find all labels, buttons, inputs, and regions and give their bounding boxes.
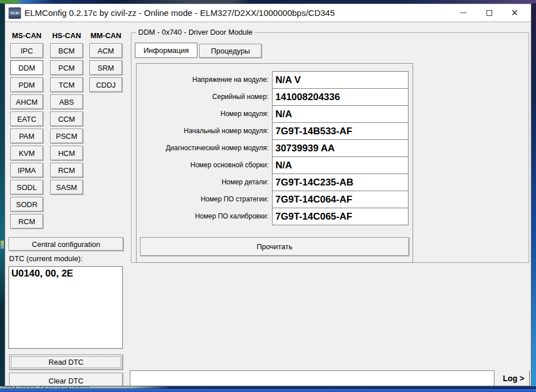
module-button-ccm[interactable]: CCM [50,112,83,126]
module-button-rcm-hs[interactable]: RCM [50,163,83,178]
field-value-initial-number[interactable]: 7G9T-14B533-AF [272,122,409,140]
dtc-label: DTC (current module): [9,254,83,263]
module-button-abs[interactable]: ABS [50,94,83,109]
header-mm-can: MM-CAN [89,31,122,40]
module-button-hcm[interactable]: HCM [50,146,83,160]
taskbar-edge [0,389,536,392]
field-label-voltage: Напряжение на модуле: [137,71,269,88]
header-ms-can: MS-CAN [10,31,43,40]
groupbox-title: DDM - 0x740 - Driver Door Module [136,28,255,36]
module-groupbox: DDM - 0x740 - Driver Door Module Информа… [131,32,529,263]
module-button-kvm[interactable]: KVM [10,146,43,160]
client-area: MS-CAN HS-CAN MM-CAN IPC DDM PDM AHCM EA… [5,22,531,386]
module-button-eatc[interactable]: EATC [10,112,43,126]
maximize-button[interactable] [476,5,502,21]
field-value-calibration-sw[interactable]: 7G9T-14C065-AF [272,208,409,225]
module-button-pscm[interactable]: PSCM [50,129,83,143]
field-value-main-assembly[interactable]: N/A [272,156,409,174]
hs-can-column: BCM PCM TCM ABS CCM PSCM HCM RCM SASM [50,43,83,195]
field-label-part-number: Номер детали: [137,174,269,191]
app-icon: ELM [9,7,21,19]
module-button-pdm[interactable]: PDM [10,77,43,92]
ms-can-column: IPC DDM PDM AHCM EATC PAM KVM IPMA SODL … [10,43,43,229]
module-button-ipc[interactable]: IPC [10,43,43,58]
field-row: Номер модуля: N/A [137,105,413,122]
titlebar[interactable]: ELM ELMConfig 0.2.17c by civil-zz - Onli… [5,4,531,22]
module-button-pam[interactable]: PAM [10,129,43,143]
field-label-module-number: Номер модуля: [137,105,269,122]
desktop-wallpaper-left [0,3,5,386]
log-button[interactable]: Log > [498,370,530,386]
field-row: Номер ПО калибровки: 7G9T-14C065-AF [137,208,413,225]
module-button-ipma[interactable]: IPMA [10,163,43,178]
field-value-voltage[interactable]: N/A V [272,71,409,89]
field-value-strategy-sw[interactable]: 7G9T-14C064-AF [272,191,409,208]
information-panel: Напряжение на модуле: N/A V Серийный ном… [136,63,413,263]
field-label-initial-number: Начальный номер модуля: [137,122,269,139]
read-module-button[interactable]: Прочитать [140,237,409,256]
module-button-bcm[interactable]: BCM [50,43,83,58]
module-button-rcm-ms[interactable]: RCM [10,214,43,229]
module-button-tcm[interactable]: TCM [50,77,83,92]
minimize-icon [460,13,467,13]
field-value-part-number[interactable]: 7G9T-14C235-AB [272,174,409,191]
field-label-diagnostic-number: Диагностический номер модуля: [137,139,269,156]
dtc-entry[interactable]: U0140, 00, 2E [11,268,120,279]
module-button-sodl[interactable]: SODL [10,180,43,195]
field-label-calibration-sw: Номер ПО калибровки: [137,208,269,225]
dtc-listbox[interactable]: U0140, 00, 2E [9,266,123,349]
elmconfig-window: ELM ELMConfig 0.2.17c by civil-zz - Onli… [5,3,531,386]
field-row: Диагностический номер модуля: 30739939 A… [137,139,413,156]
field-row: Номер детали: 7G9T-14C235-AB [137,174,413,191]
module-button-ahcm[interactable]: AHCM [10,94,43,109]
desktop-icon [1,241,4,249]
read-dtc-button[interactable]: Read DTC [9,354,123,370]
module-button-srm[interactable]: SRM [89,60,122,75]
close-button[interactable]: ✕ [502,5,527,21]
field-label-main-assembly: Номер основной сборки: [137,156,269,174]
field-row: Номер основной сборки: N/A [137,156,413,174]
tab-information[interactable]: Информация [135,43,197,58]
module-button-acm[interactable]: ACM [89,43,122,58]
field-row: Напряжение на модуле: N/A V [137,71,413,88]
module-button-ddm[interactable]: DDM [10,60,43,75]
desktop-wallpaper-right [531,3,536,386]
field-row: Серийный номер: 141008204336 [137,88,413,105]
field-value-module-number[interactable]: N/A [272,105,409,123]
field-value-diagnostic-number[interactable]: 30739939 AA [272,139,409,157]
module-button-cddj[interactable]: CDDJ [89,77,122,92]
header-hs-can: HS-CAN [50,31,83,40]
central-configuration-button[interactable]: Central configuration [9,237,123,251]
field-label-strategy-sw: Номер ПО стратегии: [137,191,269,208]
clear-dtc-button[interactable]: Clear DTC [9,373,123,386]
window-title: ELMConfig 0.2.17c by civil-zz - Online m… [24,8,335,18]
module-button-sodr[interactable]: SODR [10,197,43,212]
minimize-button[interactable] [451,5,476,21]
field-label-serial: Серийный номер: [137,88,269,105]
field-row: Номер ПО стратегии: 7G9T-14C064-AF [137,191,413,208]
read-dtc-label: Read DTC [48,358,83,366]
field-row: Начальный номер модуля: 7G9T-14B533-AF [137,122,413,139]
tab-procedures[interactable]: Процедуры [199,44,262,58]
module-button-sasm[interactable]: SASM [50,180,83,195]
mm-can-column: ACM SRM CDDJ [89,43,122,92]
command-input[interactable] [130,370,494,386]
module-button-pcm[interactable]: PCM [50,60,83,75]
maximize-icon [486,10,492,16]
field-value-serial[interactable]: 141008204336 [272,88,409,106]
close-icon: ✕ [511,9,518,18]
